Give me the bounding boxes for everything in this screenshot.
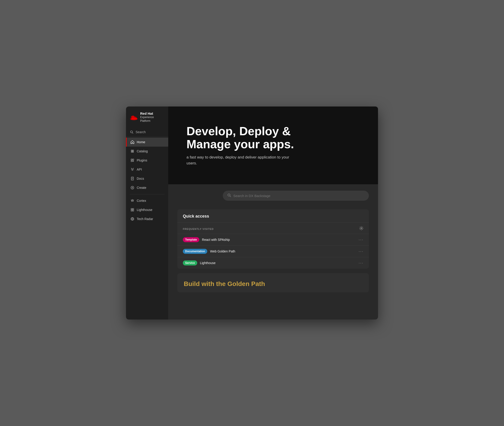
svg-point-7: [133, 151, 134, 153]
quick-access-title: Quick access: [183, 214, 209, 219]
quick-access-header: Quick access: [177, 209, 369, 223]
dx-search-icon: [227, 193, 231, 198]
gear-icon[interactable]: [359, 226, 363, 231]
sidebar-item-api-label: API: [137, 168, 142, 171]
quick-item-web-golden-path[interactable]: Documentation Web Golden Path ···: [177, 245, 369, 257]
svg-rect-19: [131, 208, 132, 210]
golden-path-title: Build with the Golden Path: [184, 280, 363, 288]
dx-search-input[interactable]: [233, 194, 364, 198]
quick-item-left-2: Documentation Web Golden Path: [183, 249, 235, 254]
hero-section: Develop, Deploy & Manage your apps. a fa…: [168, 106, 378, 184]
quick-item-left-3: Service Lighthouse: [183, 260, 215, 265]
sidebar-logo-title: Red Hat: [140, 112, 165, 116]
section-label: FREQUENTLY VISITED: [183, 227, 214, 230]
sidebar-search-label: Search: [136, 130, 146, 134]
svg-rect-21: [131, 210, 132, 211]
frequently-visited-header: FREQUENTLY VISITED: [177, 223, 369, 234]
sidebar-logo-subtitle: Experience Platform: [140, 116, 165, 123]
tech-radar-icon: [130, 217, 134, 221]
search-icon: [130, 130, 134, 134]
home-icon: [130, 140, 134, 144]
plugins-icon: [130, 158, 134, 162]
svg-rect-9: [133, 159, 134, 160]
lighthouse-icon: [130, 208, 134, 212]
quick-item-react-spaship[interactable]: Template React with SPAship ···: [177, 234, 369, 245]
sidebar-item-home-label: Home: [137, 140, 145, 144]
sidebar-item-lighthouse[interactable]: Lighthouse: [126, 205, 168, 214]
api-icon: [130, 167, 134, 171]
svg-point-6: [131, 151, 132, 153]
svg-rect-22: [133, 210, 134, 211]
sidebar-item-catalog[interactable]: Catalog: [126, 147, 168, 156]
sidebar-item-home[interactable]: Home: [126, 137, 168, 147]
cortex-icon: [130, 199, 134, 203]
sidebar-item-create-label: Create: [137, 186, 146, 190]
redhat-logo-icon: [130, 114, 138, 121]
svg-rect-10: [131, 161, 132, 162]
svg-point-4: [131, 150, 132, 151]
golden-path-section: Build with the Golden Path: [177, 273, 369, 292]
quick-item-lighthouse[interactable]: Service Lighthouse ···: [177, 257, 369, 269]
sidebar-item-tech-radar[interactable]: Tech Radar: [126, 214, 168, 223]
sidebar-item-catalog-label: Catalog: [137, 149, 148, 153]
quick-item-name-docs: Web Golden Path: [210, 249, 235, 253]
more-options-icon-2[interactable]: ···: [358, 261, 363, 265]
catalog-icon: [130, 149, 134, 153]
sidebar-logo: Red Hat Experience Platform: [126, 106, 168, 128]
hero-subtitle: a fast way to develop, deploy and delive…: [186, 154, 296, 166]
app-window: Red Hat Experience Platform Search: [126, 106, 378, 320]
search-section: [168, 184, 378, 207]
golden-path-title-text: Build with the Golden Path: [184, 280, 265, 287]
badge-service: Service: [183, 260, 197, 265]
sidebar-item-tech-radar-label: Tech Radar: [137, 217, 153, 221]
quick-item-name-react: React with SPAship: [202, 238, 230, 241]
quick-item-left: Template React with SPAship: [183, 237, 230, 242]
sidebar-item-docs-label: Docs: [137, 177, 144, 180]
sidebar-logo-text: Red Hat Experience Platform: [140, 112, 165, 123]
sidebar-item-create[interactable]: Create: [126, 183, 168, 192]
nav-divider: [130, 194, 165, 194]
sidebar-item-plugins[interactable]: Plugins: [126, 156, 168, 165]
sidebar-item-docs[interactable]: Docs: [126, 174, 168, 183]
sidebar-item-plugins-label: Plugins: [137, 158, 147, 162]
quick-access-section: Quick access FREQUENTLY VISITED Template…: [177, 209, 369, 269]
sidebar-item-lighthouse-label: Lighthouse: [137, 208, 153, 212]
svg-line-31: [230, 196, 231, 197]
more-options-icon-1[interactable]: ···: [358, 249, 363, 254]
main-content: Develop, Deploy & Manage your apps. a fa…: [168, 106, 378, 320]
svg-point-5: [133, 150, 134, 151]
quick-item-name-lighthouse: Lighthouse: [200, 261, 216, 265]
sidebar: Red Hat Experience Platform Search: [126, 106, 168, 320]
hero-title: Develop, Deploy & Manage your apps.: [186, 125, 328, 151]
badge-documentation: Documentation: [183, 249, 207, 254]
svg-point-25: [132, 219, 133, 219]
svg-line-3: [132, 133, 133, 134]
badge-template: Template: [183, 237, 199, 242]
sidebar-item-api[interactable]: API: [126, 165, 168, 174]
sidebar-search[interactable]: Search: [126, 128, 168, 137]
sidebar-item-cortex-label: Cortex: [137, 199, 146, 203]
create-icon: [130, 186, 134, 190]
svg-point-11: [132, 169, 133, 170]
more-options-icon-0[interactable]: ···: [358, 237, 363, 242]
dx-search-bar[interactable]: [223, 191, 369, 201]
sidebar-item-cortex[interactable]: Cortex: [126, 196, 168, 205]
svg-rect-8: [131, 159, 132, 160]
svg-point-32: [361, 228, 362, 229]
sidebar-nav: Home Catalog: [126, 137, 168, 320]
docs-icon: [130, 177, 134, 181]
svg-rect-20: [133, 208, 134, 210]
